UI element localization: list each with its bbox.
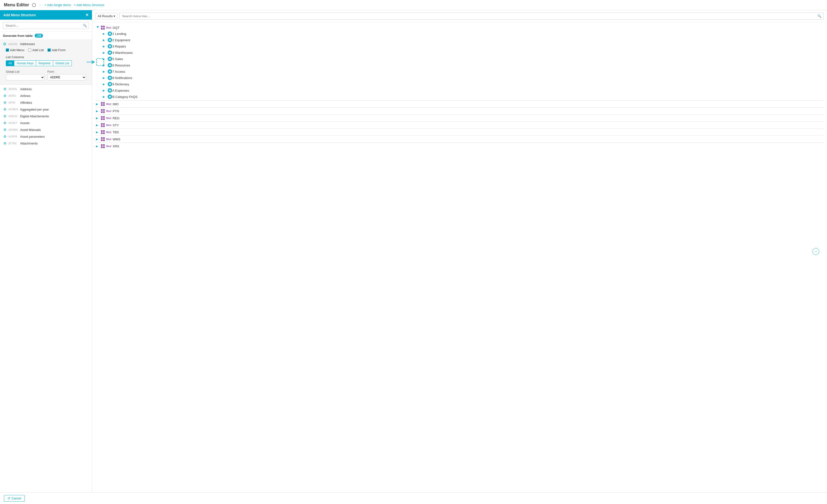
module-grid-icon [101, 26, 105, 30]
menu-m-label: M [109, 83, 111, 85]
table-item-icon: ⚙ [3, 94, 7, 98]
chevron-icon[interactable]: ▶ [96, 123, 99, 127]
chevron-icon[interactable]: ▶ [96, 103, 99, 106]
close-icon[interactable]: ✕ [85, 13, 89, 17]
add-menu-checkbox-label[interactable]: Add Menu [6, 48, 24, 52]
tree-node-row[interactable]: ▶ Mod TBS [96, 129, 824, 135]
list-item[interactable]: ⚙ AGREG Aggregated per year [0, 106, 92, 113]
chevron-icon[interactable]: ▶ [103, 95, 106, 98]
search-input[interactable] [3, 22, 81, 29]
list-item[interactable]: ⚙ ASSMA Asset Manuals [0, 126, 92, 133]
add-form-checkbox[interactable] [48, 48, 51, 52]
chevron-icon[interactable]: ▶ [96, 26, 99, 29]
list-item[interactable]: ⚙ ANEXD Digital Attachements [0, 113, 92, 119]
add-list-checkbox-label[interactable]: Add List [28, 48, 44, 52]
cancel-icon: ↺ [7, 497, 10, 500]
tree-node-row[interactable]: ▶ Mod XRS [96, 143, 824, 149]
mod-label: Mod [106, 124, 111, 127]
chevron-icon[interactable]: ▶ [96, 110, 99, 113]
child-label: 9 Dictionary [112, 83, 129, 86]
tree-child-row[interactable]: ▶ M 6 Resources [102, 62, 824, 68]
chevron-icon[interactable]: ▶ [103, 39, 106, 42]
list-item[interactable]: ⚙ AFINI Affinities [0, 99, 92, 106]
tree-node-row[interactable]: ▶ Mod WMS [96, 136, 824, 142]
list-item[interactable]: ⚙ AERO Airlines [0, 92, 92, 99]
add-form-checkbox-label[interactable]: Add Form [48, 48, 65, 52]
chevron-icon[interactable]: ▶ [103, 32, 106, 35]
list-item[interactable]: ⚙ ASSET Assets [0, 119, 92, 126]
tree-child-row[interactable]: ▶ M 3 Repairs [102, 43, 824, 49]
child-label: 2 Equipment [112, 38, 130, 42]
tree-search-input[interactable] [119, 13, 816, 19]
results-dropdown[interactable]: All Results ▾ [96, 13, 117, 19]
module-grid-icon [101, 109, 105, 113]
tree-child-row[interactable]: ▶ M B Category FAQS [102, 94, 824, 100]
tree-node: ▶ Mod STY [96, 122, 824, 128]
chevron-icon[interactable]: ▶ [103, 83, 106, 86]
tree-container: ▶ Mod GQT ▶ M 1 Lending ▶ M 2 Equipment … [92, 22, 827, 492]
filter-required-button[interactable]: Required [36, 60, 53, 66]
drop-arrow-indicator [87, 58, 104, 66]
tree-separator [96, 121, 824, 122]
list-item[interactable]: ⚙ ASSPA Asset parameters [0, 133, 92, 140]
main-area: Add Menu Structure ✕ 🔍 Generate from tab… [0, 10, 827, 492]
cancel-button[interactable]: ↺ Cancel [4, 495, 25, 502]
table-item-name: Assets [20, 121, 30, 125]
tree-node: ▶ Mod TBS [96, 129, 824, 135]
global-list-field: Global List [6, 70, 45, 81]
chevron-icon[interactable]: ▶ [103, 51, 106, 54]
chevron-icon[interactable]: ▶ [103, 45, 106, 48]
chevron-icon[interactable]: ▶ [103, 70, 106, 73]
item-code: ADDRE [8, 43, 18, 46]
chevron-icon[interactable]: ▶ [103, 77, 106, 80]
header: Menu Editor | + Add Single Items + Add M… [0, 0, 827, 10]
chevron-icon[interactable]: ▶ [96, 117, 99, 120]
search-icon[interactable]: 🔍 [81, 23, 89, 29]
node-label: WMS [113, 138, 120, 141]
add-single-items-button[interactable]: + Add Single Items [44, 3, 71, 7]
tree-node: ▶ Mod GQT ▶ M 1 Lending ▶ M 2 Equipment … [96, 25, 824, 100]
tree-node-row[interactable]: ▶ Mod GQT [96, 25, 824, 31]
module-grid-icon [101, 102, 105, 106]
list-item[interactable]: ⚙ ATTAC Attachments [0, 140, 92, 147]
tree-search-icon[interactable]: 🔍 [816, 13, 823, 19]
chevron-icon[interactable]: ▶ [96, 145, 99, 148]
menu-m-label: M [109, 39, 111, 41]
resize-handle[interactable]: ↔ [813, 248, 819, 255]
tree-node-row[interactable]: ▶ Mod IMO [96, 101, 824, 107]
filter-human-keys-button[interactable]: Human Keys [14, 60, 36, 66]
table-item-icon: ⚙ [3, 114, 7, 118]
child-label: 3 Repairs [112, 45, 126, 48]
add-menu-checkbox[interactable] [6, 48, 9, 52]
tree-child-row[interactable]: ▶ M 8 Notifications [102, 75, 824, 81]
tree-node-row[interactable]: ▶ Mod STY [96, 122, 824, 128]
tree-node-row[interactable]: ▶ Mod PTN [96, 108, 824, 114]
filter-global-list-button[interactable]: Global List [53, 60, 72, 66]
tree-node: ▶ Mod PTN [96, 108, 824, 114]
chevron-icon[interactable]: ▶ [96, 138, 99, 141]
list-item[interactable]: ⚙ ADDRL Address [0, 86, 92, 92]
mod-label: Mod [106, 145, 111, 148]
right-panel: All Results ▾ 🔍 ▶ Mod GQT ▶ [92, 10, 827, 492]
tree-child-row[interactable]: ▶ M 9 Dictionary [102, 81, 824, 87]
add-list-checkbox[interactable] [28, 48, 31, 52]
global-list-select[interactable] [6, 74, 45, 81]
tree-child-row[interactable]: ▶ M 5 Sales [102, 56, 824, 62]
chevron-icon[interactable]: ▶ [96, 131, 99, 134]
table-item-name: Address [20, 87, 32, 91]
mod-label: Mod [106, 110, 111, 112]
tree-child-row[interactable]: ▶ M 7 Access [102, 68, 824, 75]
filter-all-button[interactable]: All [6, 60, 14, 66]
table-item-icon: ⚙ [3, 135, 7, 139]
tree-child-row[interactable]: ▶ M 4 Warehouses [102, 49, 824, 56]
table-item-name: Attachments [20, 142, 38, 145]
chevron-icon[interactable]: ▶ [103, 89, 106, 92]
form-select[interactable]: ADDRE [48, 74, 86, 81]
add-menu-structure-button[interactable]: + Add Menu Structure [74, 3, 104, 7]
child-label: 1 Lending [112, 32, 126, 36]
tree-child-row[interactable]: ▶ M 1 Lending [102, 31, 824, 37]
tree-child-row[interactable]: ▶ M 2 Equipment [102, 37, 824, 43]
tree-node-row[interactable]: ▶ Mod REG [96, 115, 824, 121]
tree-child-row[interactable]: ▶ M A Expenses [102, 87, 824, 94]
module-grid-icon [101, 144, 105, 148]
